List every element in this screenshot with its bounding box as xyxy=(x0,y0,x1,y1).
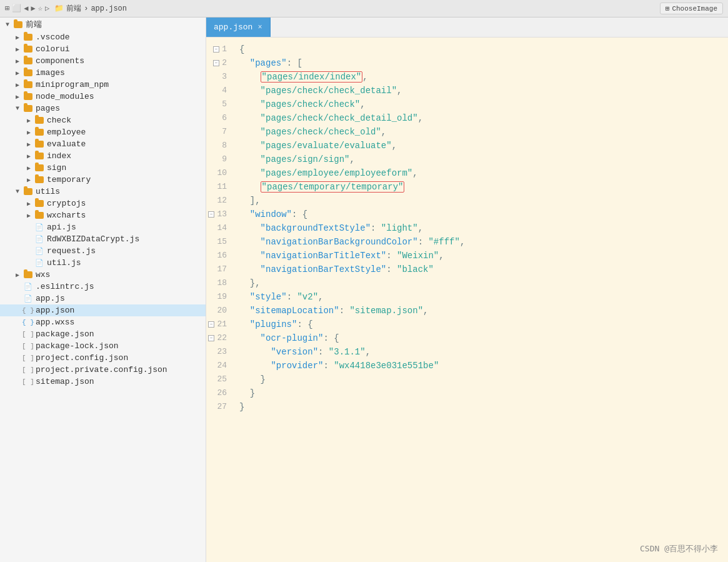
projectconfig-label: project.config.json xyxy=(36,353,128,363)
sidebar-item-projectprivate[interactable]: ▶ [ ] project.private.config.json xyxy=(0,364,206,376)
cryptojs-folder-icon xyxy=(34,199,45,208)
fold-icon-1[interactable]: − xyxy=(213,46,219,53)
evaluate-label: evaluate xyxy=(47,139,86,149)
sidebar-item-employee[interactable]: ▶ employee xyxy=(0,126,206,138)
tab-close-button[interactable]: × xyxy=(257,23,262,32)
line-num-11: 11 xyxy=(206,180,234,194)
sitemap-icon: [ ] xyxy=(22,378,34,386)
code-line-12: 12 ], xyxy=(206,194,728,208)
sidebar-item-colorui[interactable]: ▶ colorui xyxy=(0,43,206,55)
wxs-label: wxs xyxy=(36,270,50,279)
line-num-17: 17 xyxy=(206,263,234,276)
sidebar-item-wxs[interactable]: ▶ wxs xyxy=(0,269,206,281)
line-num-7: 7 xyxy=(206,125,234,139)
back-button[interactable]: ◀ xyxy=(24,4,28,13)
sidebar-item-rdwx[interactable]: ▶ 📄 RdWXBIZDataCrypt.js xyxy=(0,233,206,245)
rdwx-label: RdWXBIZDataCrypt.js xyxy=(47,234,139,244)
nodemodules-folder-icon xyxy=(22,93,34,101)
temporary-folder-icon xyxy=(34,176,45,184)
nodemodules-arrow: ▶ xyxy=(12,93,22,101)
sidebar-item-requestjs[interactable]: ▶ 📄 request.js xyxy=(0,245,206,257)
code-line-22: − 22 "ocr-plugin": { xyxy=(206,331,728,345)
tab-label: app.json xyxy=(214,23,252,32)
sidebar-item-apijs[interactable]: ▶ 📄 api.js xyxy=(0,221,206,233)
sidebar-item-evaluate[interactable]: ▶ evaluate xyxy=(0,138,206,150)
editor[interactable]: − 1 { − 2 "pages": [ 3 xyxy=(206,38,728,562)
play-icon[interactable]: ▷ xyxy=(45,4,49,13)
nodemodules-label: node_modules xyxy=(36,92,94,101)
sidebar-item-packagejson[interactable]: ▶ [ ] package.json xyxy=(0,328,206,340)
utiljs-icon: 📄 xyxy=(34,259,45,268)
sidebar-item-projectconfig[interactable]: ▶ [ ] project.config.json xyxy=(0,352,206,364)
right-panel: app.json × − 1 { − 2 xyxy=(206,18,728,562)
vscode-arrow: ▶ xyxy=(12,34,22,41)
packagelock-arrow: ▶ xyxy=(12,343,22,350)
sidebar-item-appjs[interactable]: ▶ 📄 app.js xyxy=(0,293,206,304)
sidebar-item-utils[interactable]: ▼ utils xyxy=(0,186,206,198)
line-num-19: 19 xyxy=(206,290,234,304)
forward-button[interactable]: ▶ xyxy=(31,4,35,13)
sidebar-item-wxcharts[interactable]: ▶ wxcharts xyxy=(0,209,206,221)
appwxss-label: app.wxss xyxy=(36,318,74,327)
sidebar-item-components[interactable]: ▶ components xyxy=(0,55,206,67)
sidebar-item-temporary[interactable]: ▶ temporary xyxy=(0,174,206,186)
requestjs-label: request.js xyxy=(47,246,96,256)
bookmark-icon[interactable]: ☆ xyxy=(38,4,42,13)
code-content-6: "pages/check/check_detail_old", xyxy=(234,111,728,125)
code-line-17: 17 "navigationBarTextStyle": "black" xyxy=(206,263,728,276)
fold-icon-21[interactable]: − xyxy=(208,321,214,328)
fold-icon-2[interactable]: − xyxy=(213,60,219,66)
code-line-9: 9 "pages/sign/sign", xyxy=(206,153,728,166)
requestjs-icon: 📄 xyxy=(34,247,45,256)
fold-icon-13[interactable]: − xyxy=(208,211,214,218)
sidebar-item-pages[interactable]: ▼ pages xyxy=(0,103,206,114)
code-content-23: "version": "3.1.1", xyxy=(234,345,728,359)
code-content-9: "pages/sign/sign", xyxy=(234,153,728,166)
code-line-23: 23 "version": "3.1.1", xyxy=(206,345,728,359)
sitemap-label: sitemap.json xyxy=(36,377,94,386)
apijs-arrow: ▶ xyxy=(24,224,34,231)
sidebar-item-nodemodules[interactable]: ▶ node_modules xyxy=(0,91,206,103)
sidebar-item-appwxss[interactable]: ▶ { } app.wxss xyxy=(0,316,206,328)
sidebar-item-cryptojs[interactable]: ▶ cryptojs xyxy=(0,198,206,209)
code-line-14: 14 "backgroundTextStyle": "light", xyxy=(206,221,728,235)
rdwx-arrow: ▶ xyxy=(24,236,34,243)
sidebar-item-appjson[interactable]: ▶ { } app.json xyxy=(0,304,206,316)
wxs-arrow: ▶ xyxy=(12,271,22,279)
index-label: index xyxy=(47,151,71,161)
sidebar-item-utiljs[interactable]: ▶ 📄 util.js xyxy=(0,257,206,269)
sidebar-item-index[interactable]: ▶ index xyxy=(0,150,206,162)
sidebar-item-images[interactable]: ▶ images xyxy=(0,67,206,79)
utiljs-label: util.js xyxy=(47,258,81,268)
breadcrumb-folder[interactable]: 前端 xyxy=(66,3,81,14)
sidebar-item-sitemap[interactable]: ▶ [ ] sitemap.json xyxy=(0,376,206,388)
employee-arrow: ▶ xyxy=(24,129,34,136)
line-num-21: − 21 xyxy=(206,318,234,331)
tab-appjson[interactable]: app.json × xyxy=(206,18,271,37)
choose-image-button[interactable]: ⊞ ChooseImage xyxy=(660,3,723,14)
code-line-4: 4 "pages/check/check_detail", xyxy=(206,84,728,98)
eslint-arrow: ▶ xyxy=(12,283,22,291)
tab-bar: app.json × xyxy=(206,18,728,38)
images-label: images xyxy=(36,68,65,78)
line-num-15: 15 xyxy=(206,235,234,249)
code-line-19: 19 "style": "v2", xyxy=(206,290,728,304)
sidebar-item-root[interactable]: ▼ 前端 xyxy=(0,18,206,31)
check-label: check xyxy=(47,116,71,125)
code-line-3: 3 "pages/index/index", xyxy=(206,70,728,84)
nav-icon: ⊞ xyxy=(5,4,9,13)
sidebar-item-packagelock[interactable]: ▶ [ ] package-lock.json xyxy=(0,340,206,352)
sidebar-item-vscode[interactable]: ▶ .vscode xyxy=(0,31,206,43)
fold-icon-22[interactable]: − xyxy=(208,335,214,341)
evaluate-arrow: ▶ xyxy=(24,141,34,148)
sidebar-item-check[interactable]: ▶ check xyxy=(0,114,206,126)
code-line-21: − 21 "plugins": { xyxy=(206,318,728,331)
appjson-icon: { } xyxy=(22,306,34,315)
code-content-4: "pages/check/check_detail", xyxy=(234,84,728,98)
sidebar-item-miniprogram[interactable]: ▶ miniprogram_npm xyxy=(0,79,206,91)
breadcrumb-file[interactable]: app.json xyxy=(91,4,127,13)
components-arrow: ▶ xyxy=(12,58,22,65)
sidebar-item-eslint[interactable]: ▶ 📄 .eslintrc.js xyxy=(0,281,206,293)
sidebar-item-sign[interactable]: ▶ sign xyxy=(0,162,206,174)
code-content-24: "provider": "wx4418e3e031e551be" xyxy=(234,359,728,373)
